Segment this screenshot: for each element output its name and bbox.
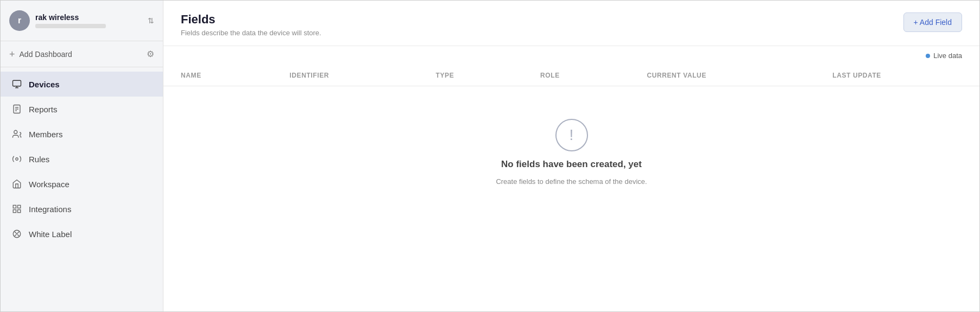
- col-last-update: LAST UPDATE: [815, 65, 979, 86]
- live-data-label: Live data: [933, 52, 962, 60]
- table-header-row: NAME IDENTIFIER TYPE ROLE CURRENT VALUE …: [163, 65, 979, 86]
- svg-rect-9: [13, 205, 16, 208]
- col-current-value: CURRENT VALUE: [629, 65, 815, 86]
- members-icon: [11, 129, 22, 139]
- live-data-row: Live data: [163, 46, 979, 65]
- sidebar-item-members[interactable]: Members: [1, 122, 163, 147]
- sidebar-item-devices[interactable]: Devices: [1, 72, 163, 97]
- nav-menu: Devices Reports Members Rules: [1, 67, 163, 311]
- sidebar: r rak wireless ⇅ + Add Dashboard ⚙ Devic…: [1, 1, 163, 311]
- sidebar-item-white-label[interactable]: White Label: [1, 221, 163, 246]
- org-subtitle: [35, 24, 106, 28]
- empty-state-icon: !: [555, 119, 588, 151]
- empty-state: ! No fields have been created, yet Creat…: [163, 86, 979, 218]
- sidebar-header: r rak wireless ⇅: [1, 1, 163, 41]
- add-field-button[interactable]: + Add Field: [903, 12, 962, 32]
- rules-icon: [11, 154, 22, 164]
- sidebar-item-reports[interactable]: Reports: [1, 97, 163, 122]
- org-name: rak wireless: [35, 13, 142, 22]
- add-dashboard-label: Add Dashboard: [20, 50, 72, 59]
- sidebar-item-white-label-label: White Label: [29, 230, 72, 239]
- col-role: ROLE: [523, 65, 629, 86]
- plus-icon: +: [9, 49, 15, 59]
- svg-rect-11: [13, 210, 16, 213]
- sidebar-item-rules-label: Rules: [29, 155, 49, 164]
- empty-state-title: No fields have been created, yet: [501, 159, 642, 170]
- workspace-icon: [11, 179, 22, 189]
- fields-table: NAME IDENTIFIER TYPE ROLE CURRENT VALUE …: [163, 65, 979, 218]
- reports-icon: [11, 104, 22, 114]
- sidebar-item-reports-label: Reports: [29, 105, 58, 114]
- sidebar-item-workspace[interactable]: Workspace: [1, 171, 163, 196]
- sidebar-item-integrations-label: Integrations: [29, 205, 71, 214]
- gear-icon[interactable]: ⚙: [147, 49, 154, 59]
- white-label-icon: [11, 228, 22, 239]
- svg-point-8: [16, 158, 18, 161]
- svg-rect-0: [13, 80, 21, 86]
- empty-state-row: ! No fields have been created, yet Creat…: [163, 86, 979, 219]
- main-content: Fields Fields describe the data the devi…: [163, 1, 979, 311]
- live-dot-icon: [926, 54, 930, 58]
- sidebar-item-workspace-label: Workspace: [29, 180, 69, 189]
- col-name: NAME: [163, 65, 272, 86]
- page-subtitle: Fields describe the data the device will…: [181, 29, 321, 37]
- svg-rect-10: [18, 205, 21, 208]
- add-dashboard-button[interactable]: + Add Dashboard: [9, 49, 72, 59]
- main-header: Fields Fields describe the data the devi…: [163, 1, 979, 46]
- integrations-icon: [11, 203, 22, 214]
- svg-rect-12: [18, 210, 21, 213]
- page-title: Fields: [181, 12, 321, 27]
- avatar: r: [9, 10, 30, 31]
- sidebar-item-integrations[interactable]: Integrations: [1, 196, 163, 221]
- fields-table-container: NAME IDENTIFIER TYPE ROLE CURRENT VALUE …: [163, 65, 979, 311]
- sidebar-item-devices-label: Devices: [29, 80, 60, 89]
- chevron-icon[interactable]: ⇅: [148, 16, 154, 25]
- svg-point-7: [14, 130, 17, 133]
- empty-state-subtitle: Create fields to define the schema of th…: [496, 177, 647, 186]
- fields-header-text: Fields Fields describe the data the devi…: [181, 12, 321, 37]
- col-identifier: IDENTIFIER: [272, 65, 418, 86]
- sidebar-item-members-label: Members: [29, 130, 63, 139]
- sidebar-item-rules[interactable]: Rules: [1, 147, 163, 171]
- col-type: TYPE: [419, 65, 523, 86]
- devices-icon: [11, 79, 22, 90]
- add-dashboard-row: + Add Dashboard ⚙: [1, 41, 163, 67]
